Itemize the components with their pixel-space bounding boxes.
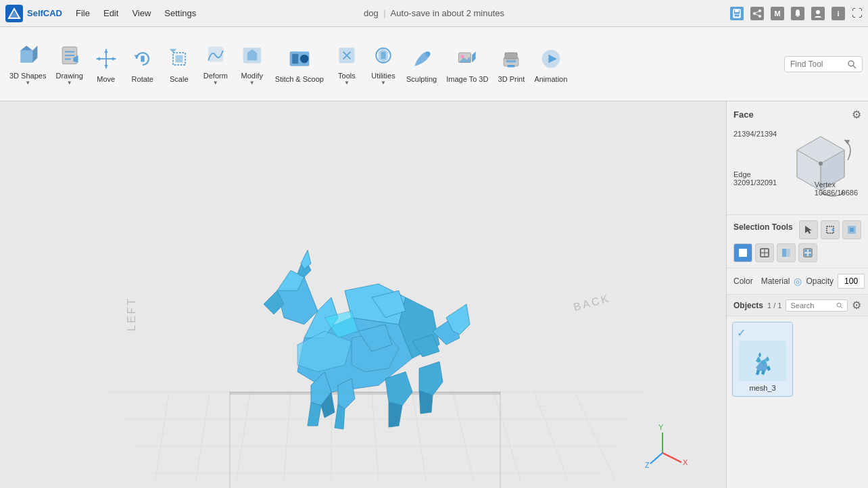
material-label: Material — [761, 276, 790, 286]
sculpting-label: Sculpting — [406, 75, 437, 83]
menu-settings[interactable]: Settings — [159, 5, 201, 21]
mesh-info: Face ⚙ — [727, 101, 868, 215]
sel-wire-btn[interactable] — [755, 243, 774, 262]
mesh-3d-preview: 21394/21394 Edge 32091/32091 Vertex 1068… — [733, 126, 861, 208]
tool-image-to-3d[interactable]: Image To 3D — [442, 34, 492, 95]
share-icon[interactable] — [750, 7, 764, 20]
svg-marker-27 — [134, 55, 139, 58]
svg-point-6 — [758, 9, 761, 12]
objects-search-input[interactable] — [790, 301, 834, 310]
sel-face-btn[interactable] — [842, 220, 861, 239]
svg-point-42 — [425, 51, 430, 56]
sel-box-btn[interactable] — [821, 220, 840, 239]
3d-shapes-arrow: ▼ — [25, 80, 30, 86]
find-tool-input[interactable] — [790, 59, 844, 69]
label-left: LEFT — [126, 297, 137, 331]
utilities-label: Utilities — [371, 72, 395, 80]
object-item-mesh3[interactable]: ✓ mesh_3 — [732, 322, 793, 397]
object-preview-svg — [742, 344, 783, 378]
mesh-settings-btn[interactable]: ⚙ — [852, 108, 861, 121]
tool-sculpting[interactable]: Sculpting — [402, 34, 441, 95]
tool-scale[interactable]: Scale — [162, 34, 197, 95]
svg-point-53 — [848, 61, 854, 66]
sel-solid-btn[interactable] — [733, 243, 752, 262]
marketplace-icon[interactable]: M — [771, 7, 784, 20]
sel-point-btn[interactable] — [798, 243, 817, 262]
object-preview — [739, 341, 786, 381]
selection-tools-panel: Selection Tools — [727, 215, 868, 268]
svg-marker-24 — [104, 65, 107, 68]
tool-rotate[interactable]: Rotate — [125, 34, 160, 95]
tool-deform[interactable]: Deform ▼ — [198, 34, 233, 95]
tool-3d-shapes[interactable]: 3D Shapes ▼ — [5, 34, 50, 95]
svg-point-130 — [819, 162, 823, 166]
svg-point-7 — [753, 12, 756, 15]
sculpting-icon — [408, 45, 435, 72]
svg-text:Y: Y — [658, 423, 664, 431]
3d-shapes-icon — [14, 42, 41, 69]
fullscreen-icon[interactable]: ⛶ — [852, 7, 863, 20]
face-label: Face — [733, 109, 754, 120]
opacity-input[interactable] — [838, 274, 865, 289]
tool-utilities[interactable]: Utilities ▼ — [366, 34, 401, 95]
objects-settings-btn[interactable]: ⚙ — [852, 299, 861, 312]
drawing-arrow: ▼ — [67, 80, 72, 86]
animation-label: Animation — [534, 75, 567, 83]
3d-shapes-label: 3D Shapes — [9, 72, 46, 80]
modify-label: Modify — [241, 72, 263, 80]
find-tool-search[interactable] — [784, 56, 863, 72]
edge-value: 32091/32091 — [733, 178, 777, 187]
material-icon[interactable]: ◎ — [794, 276, 802, 287]
bell-icon[interactable] — [791, 7, 804, 20]
tools-icon — [333, 42, 360, 69]
menu-view[interactable]: View — [126, 5, 156, 21]
svg-text:Z: Z — [645, 461, 650, 469]
drawing-label: Drawing — [55, 72, 82, 80]
svg-rect-13 — [20, 51, 32, 63]
svg-point-143 — [804, 249, 807, 252]
sel-arrow-btn[interactable] — [799, 220, 818, 239]
tool-tools[interactable]: Tools ▼ — [329, 34, 364, 95]
3d-print-label: 3D Print — [498, 75, 525, 83]
menu-file[interactable]: File — [70, 5, 95, 21]
tool-3d-print[interactable]: 3D Print — [493, 34, 529, 95]
logo-icon — [5, 5, 23, 22]
tool-drawing[interactable]: Drawing ▼ — [51, 34, 87, 95]
svg-point-36 — [300, 54, 309, 63]
svg-marker-23 — [104, 49, 107, 52]
tool-animation[interactable]: Animation — [530, 34, 571, 95]
color-label: Color — [733, 276, 753, 286]
objects-search[interactable] — [786, 299, 848, 312]
svg-marker-41 — [381, 52, 385, 59]
sel-part-btn[interactable] — [777, 243, 796, 262]
svg-marker-14 — [20, 46, 32, 51]
viewport[interactable]: ▼ ▼ TOP — [0, 101, 726, 488]
rotate-label: Rotate — [132, 75, 153, 83]
scale-icon — [166, 45, 193, 72]
svg-line-54 — [853, 66, 856, 68]
menubar-right: M i ⛶ — [730, 7, 863, 20]
menu-edit[interactable]: Edit — [98, 5, 124, 21]
info-icon[interactable]: i — [831, 7, 845, 20]
tool-move[interactable]: Move — [89, 34, 124, 95]
tool-stitch-scoop[interactable]: Stitch & Scoop — [271, 34, 328, 95]
svg-rect-136 — [739, 249, 747, 257]
svg-rect-90 — [230, 392, 500, 395]
objects-header: Objects 1 / 1 ⚙ — [727, 295, 868, 316]
move-label: Move — [97, 75, 115, 83]
tools-label: Tools — [338, 72, 356, 80]
find-tool-icon — [847, 59, 857, 69]
title-bar: dog | Auto-save in about 2 minutes — [364, 8, 504, 18]
tool-modify[interactable]: Modify ▼ — [235, 34, 270, 95]
save-icon[interactable] — [730, 7, 744, 20]
svg-marker-133 — [831, 228, 834, 232]
vertex-label: Vertex — [815, 180, 858, 189]
svg-marker-156 — [758, 352, 761, 358]
svg-rect-28 — [141, 55, 144, 62]
user-icon[interactable] — [811, 7, 825, 20]
vertex-value: 10686/10686 — [815, 189, 858, 197]
viewport-svg: LEFT BACK — [0, 101, 726, 488]
svg-rect-141 — [782, 249, 786, 257]
svg-rect-35 — [292, 53, 298, 63]
file-name: dog — [364, 8, 379, 18]
